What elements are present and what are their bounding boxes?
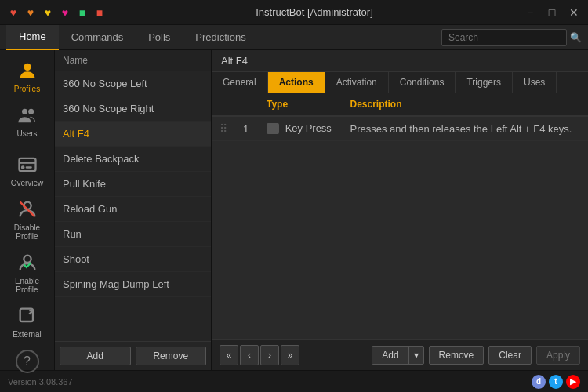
apply-button[interactable]: Apply	[536, 346, 580, 365]
profiles-icon	[15, 58, 40, 83]
window-controls: − □ ✕	[522, 6, 582, 19]
app-icon-5: ■	[75, 5, 89, 20]
sidebar-label-external: External	[13, 330, 42, 339]
add-action-dropdown[interactable]: ▾	[409, 347, 423, 364]
actions-table: Type Description ⠿ 1 Key Press Presses a…	[212, 93, 588, 141]
detail-tab-activation[interactable]: Activation	[325, 72, 389, 93]
action-row-0: ⠿ 1 Key Press Presses and then releases …	[212, 116, 588, 141]
sidebar-label-enable: Enable Profile	[3, 277, 51, 294]
sidebar-item-commands[interactable]: Overview	[0, 147, 54, 192]
maximize-button[interactable]: □	[544, 6, 560, 19]
drag-handle-icon[interactable]: ⠿	[220, 122, 227, 135]
col-num	[235, 93, 259, 116]
cmd-item-7[interactable]: Shoot	[55, 247, 211, 272]
main-nav: Home Commands Polls Predictions 🔍	[0, 25, 588, 50]
nav-prev-button[interactable]: ‹	[240, 345, 259, 365]
svg-point-0	[24, 64, 31, 71]
clear-button[interactable]: Clear	[488, 346, 532, 365]
svg-point-9	[24, 256, 31, 263]
svg-line-8	[20, 202, 34, 217]
detail-tab-uses[interactable]: Uses	[513, 72, 557, 93]
col-type: Type	[259, 93, 342, 116]
command-list-panel: Name 360 No Scope Left 360 No Scope Righ…	[55, 50, 212, 370]
sidebar-label-overview: Overview	[11, 179, 44, 187]
sidebar-item-external[interactable]: External	[0, 299, 54, 343]
col-desc: Description	[342, 93, 588, 116]
nav-tab-home[interactable]: Home	[6, 25, 59, 50]
nav-arrows: « ‹ › »	[220, 345, 299, 365]
nav-last-button[interactable]: »	[281, 345, 299, 365]
help-button[interactable]: ?	[16, 350, 39, 373]
cmd-item-0[interactable]: 360 No Scope Left	[55, 71, 211, 96]
svg-point-5	[22, 166, 24, 168]
command-list: 360 No Scope Left 360 No Scope Right Alt…	[55, 71, 211, 341]
detail-tab-actions[interactable]: Actions	[268, 72, 325, 93]
cmd-item-2[interactable]: Alt F4	[55, 122, 211, 147]
sidebar: Profiles Users Overview Disable Profile	[0, 50, 55, 370]
title-icons: ♥ ♥ ♥ ♥ ■ ■	[6, 5, 107, 20]
action-description: Presses and then releases the Left Alt +…	[342, 116, 588, 141]
cmd-item-1[interactable]: 360 No Scope Right	[55, 96, 211, 122]
minimize-button[interactable]: −	[522, 6, 538, 19]
detail-tab-general[interactable]: General	[212, 72, 268, 93]
status-icons: d t ▶	[532, 375, 580, 389]
nav-tab-predictions[interactable]: Predictions	[183, 25, 258, 50]
discord-icon[interactable]: d	[532, 375, 546, 389]
sidebar-label-disable: Disable Profile	[3, 223, 51, 241]
users-icon	[15, 103, 40, 128]
sidebar-item-users[interactable]: Users	[0, 98, 54, 143]
status-bar: Version 3.08.367 d t ▶	[0, 370, 588, 392]
add-action-button[interactable]: Add	[372, 347, 408, 364]
search-icon: 🔍	[570, 32, 582, 43]
col-handle	[212, 93, 235, 116]
detail-panel: Alt F4 General Actions Activation Condit…	[212, 50, 588, 370]
window-title: InstructBot [Administrator]	[107, 6, 522, 18]
command-list-footer: Add Remove	[55, 341, 211, 370]
app-icon-3: ♥	[41, 5, 55, 20]
content-area: Profiles Users Overview Disable Profile	[0, 50, 588, 370]
detail-tab-triggers[interactable]: Triggers	[456, 72, 513, 93]
cmd-item-5[interactable]: Reload Gun	[55, 197, 211, 222]
actions-tbody: ⠿ 1 Key Press Presses and then releases …	[212, 116, 588, 141]
commands-icon	[15, 152, 40, 177]
cmd-item-3[interactable]: Delete Backpack	[55, 147, 211, 172]
close-button[interactable]: ✕	[566, 6, 582, 19]
nav-next-button[interactable]: ›	[260, 345, 279, 365]
title-bar: ♥ ♥ ♥ ♥ ■ ■ InstructBot [Administrator] …	[0, 0, 588, 25]
enable-profile-icon	[15, 250, 40, 275]
action-type: Key Press	[259, 116, 342, 141]
key-icon	[267, 123, 279, 134]
sidebar-item-profiles[interactable]: Profiles	[0, 53, 54, 98]
detail-content: Type Description ⠿ 1 Key Press Presses a…	[212, 93, 588, 339]
external-icon	[15, 303, 40, 328]
detail-footer: « ‹ › » Add ▾ Remove Clear Apply	[212, 339, 588, 370]
nav-tab-commands[interactable]: Commands	[59, 25, 136, 50]
sidebar-label-profiles: Profiles	[14, 85, 40, 93]
app-icon-4: ♥	[58, 5, 72, 20]
svg-rect-6	[25, 166, 31, 168]
cmd-item-6[interactable]: Run	[55, 222, 211, 247]
detail-tabs: General Actions Activation Conditions Tr…	[212, 72, 588, 93]
sidebar-label-users: Users	[16, 129, 37, 138]
youtube-icon[interactable]: ▶	[566, 375, 580, 389]
sidebar-item-enable-profile[interactable]: Enable Profile	[0, 245, 54, 299]
remove-command-button[interactable]: Remove	[136, 347, 207, 365]
action-num: 1	[235, 116, 259, 141]
app-icon-1: ♥	[6, 5, 20, 20]
sidebar-item-disable-profile[interactable]: Disable Profile	[0, 192, 54, 245]
cmd-item-8[interactable]: Spining Mag Dump Left	[55, 272, 211, 297]
detail-tab-conditions[interactable]: Conditions	[389, 72, 456, 93]
nav-first-button[interactable]: «	[220, 345, 238, 365]
nav-tab-polls[interactable]: Polls	[136, 25, 183, 50]
cmd-item-4[interactable]: Pull Knife	[55, 172, 211, 197]
svg-point-1	[22, 109, 27, 114]
version-label: Version 3.08.367	[8, 377, 73, 387]
remove-action-button[interactable]: Remove	[429, 346, 485, 365]
disable-profile-icon	[15, 197, 40, 222]
app-icon-2: ♥	[24, 5, 38, 20]
twitter-icon[interactable]: t	[549, 375, 563, 389]
detail-title: Alt F4	[212, 50, 588, 72]
add-action-split-button: Add ▾	[372, 346, 423, 365]
add-command-button[interactable]: Add	[60, 347, 131, 365]
search-input[interactable]	[441, 29, 567, 46]
